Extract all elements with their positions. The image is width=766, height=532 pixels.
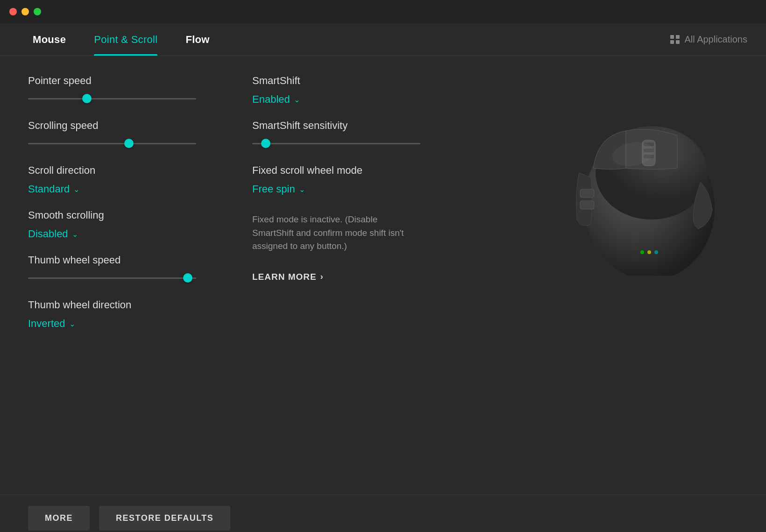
learn-more-chevron: › bbox=[320, 272, 324, 282]
bottom-actions-bar: MORE RESTORE DEFAULTS bbox=[0, 495, 766, 532]
all-applications-button[interactable]: All Applications bbox=[670, 34, 747, 45]
scroll-direction-chevron: ⌄ bbox=[73, 185, 79, 194]
smooth-scrolling-label: Smooth scrolling bbox=[28, 209, 234, 221]
thumb-wheel-direction-chevron: ⌄ bbox=[69, 319, 75, 328]
title-bar bbox=[0, 0, 766, 23]
svg-point-10 bbox=[654, 250, 658, 254]
smartshift-label: SmartShift bbox=[252, 75, 738, 87]
pointer-speed-group: Pointer speed bbox=[28, 75, 234, 106]
thumb-wheel-speed-label: Thumb wheel speed bbox=[28, 254, 234, 266]
svg-point-9 bbox=[647, 250, 651, 254]
tab-point-scroll[interactable]: Point & Scroll bbox=[80, 23, 171, 56]
minimize-button[interactable] bbox=[21, 8, 29, 15]
restore-defaults-button[interactable]: RESTORE DEFAULTS bbox=[99, 506, 230, 531]
mouse-image bbox=[551, 98, 747, 276]
tab-flow[interactable]: Flow bbox=[171, 23, 223, 56]
smartshift-sensitivity-slider[interactable] bbox=[252, 136, 420, 150]
pointer-speed-thumb[interactable] bbox=[82, 94, 92, 103]
traffic-lights bbox=[9, 8, 41, 15]
main-content: Pointer speed Scrolling speed Scroll dir… bbox=[0, 56, 766, 495]
apps-grid-icon bbox=[670, 35, 680, 44]
thumb-wheel-direction-group: Thumb wheel direction Inverted ⌄ bbox=[28, 299, 234, 330]
smooth-scrolling-chevron: ⌄ bbox=[72, 230, 78, 239]
svg-rect-7 bbox=[580, 201, 594, 209]
scrolling-speed-thumb[interactable] bbox=[124, 139, 134, 148]
pointer-speed-slider[interactable] bbox=[28, 92, 196, 106]
right-column: SmartShift Enabled ⌄ SmartShift sensitiv… bbox=[234, 75, 738, 476]
fullscreen-button[interactable] bbox=[34, 8, 41, 15]
smooth-scrolling-dropdown[interactable]: Disabled ⌄ bbox=[28, 228, 234, 240]
scrolling-speed-group: Scrolling speed bbox=[28, 120, 234, 150]
thumb-wheel-speed-thumb[interactable] bbox=[183, 273, 192, 283]
svg-rect-6 bbox=[580, 189, 594, 198]
thumb-wheel-direction-dropdown[interactable]: Inverted ⌄ bbox=[28, 318, 234, 330]
fixed-mode-note: Fixed mode is inactive. (Disable SmartSh… bbox=[252, 213, 411, 253]
fixed-scroll-wheel-chevron: ⌄ bbox=[299, 185, 305, 194]
thumb-wheel-speed-slider[interactable] bbox=[28, 271, 196, 285]
more-button[interactable]: MORE bbox=[28, 506, 90, 531]
smooth-scrolling-group: Smooth scrolling Disabled ⌄ bbox=[28, 209, 234, 240]
scroll-direction-label: Scroll direction bbox=[28, 164, 234, 177]
scroll-direction-group: Scroll direction Standard ⌄ bbox=[28, 164, 234, 195]
scroll-direction-dropdown[interactable]: Standard ⌄ bbox=[28, 183, 234, 195]
tab-mouse[interactable]: Mouse bbox=[19, 23, 80, 56]
scrolling-speed-slider[interactable] bbox=[28, 136, 196, 150]
thumb-wheel-speed-group: Thumb wheel speed bbox=[28, 254, 234, 285]
scrolling-speed-label: Scrolling speed bbox=[28, 120, 234, 132]
svg-point-8 bbox=[640, 250, 644, 254]
pointer-speed-label: Pointer speed bbox=[28, 75, 234, 87]
tab-bar: Mouse Point & Scroll Flow All Applicatio… bbox=[0, 23, 766, 56]
thumb-wheel-direction-label: Thumb wheel direction bbox=[28, 299, 234, 311]
left-column: Pointer speed Scrolling speed Scroll dir… bbox=[28, 75, 234, 476]
close-button[interactable] bbox=[9, 8, 17, 15]
smartshift-sensitivity-thumb[interactable] bbox=[261, 139, 270, 148]
smartshift-chevron: ⌄ bbox=[294, 95, 300, 104]
mouse-svg-illustration bbox=[551, 98, 747, 276]
